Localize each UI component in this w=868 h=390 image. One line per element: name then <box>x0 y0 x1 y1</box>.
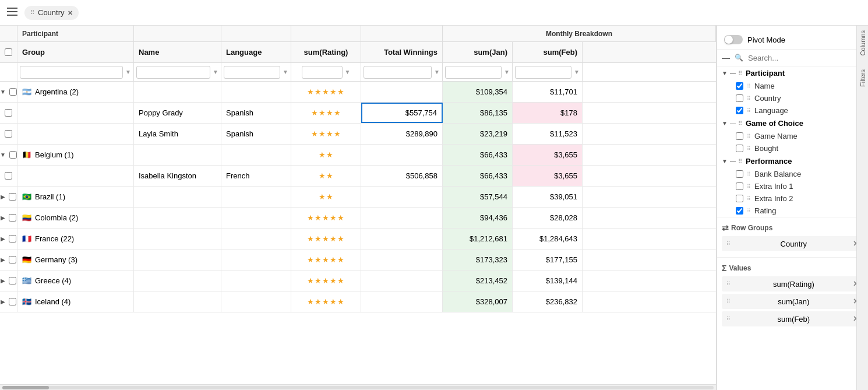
filter-cell-rating[interactable]: ▼ <box>291 63 361 81</box>
row-check-cell[interactable] <box>0 166 17 186</box>
tab-columns[interactable]: Columns <box>859 30 866 55</box>
section-header[interactable]: ▼ — ⠿ Game of Choice <box>717 117 868 130</box>
filter-input-winnings[interactable] <box>364 66 432 79</box>
col-header-winnings[interactable]: Total Winnings <box>361 42 443 62</box>
section-header[interactable]: ▼ — ⠿ Participant <box>717 66 868 80</box>
section-arrow-icon[interactable]: ▼ <box>722 70 728 76</box>
filter-cell-name[interactable]: ▼ <box>134 63 221 81</box>
col-item-checkbox[interactable] <box>736 94 743 102</box>
col-item[interactable]: ⠿ Game Name <box>717 130 868 142</box>
table-row[interactable]: ▼ 🇧🇪 Belgium (1) ★★ $66,433 $3,655 <box>0 145 716 166</box>
filter-input-lang[interactable] <box>224 66 280 79</box>
col-header-rating[interactable]: sum(Rating) <box>291 42 361 62</box>
section-minus-icon[interactable]: — <box>730 70 736 76</box>
row-check-cell[interactable] <box>0 124 17 144</box>
row-checkbox[interactable] <box>9 277 16 284</box>
col-header-jan[interactable]: sum(Jan) <box>443 42 513 62</box>
filter-icon-feb[interactable]: ▼ <box>574 69 580 75</box>
table-row[interactable]: ▶ 🇬🇷 Greece (4) ★★★★★ $213,452 $139,144 <box>0 270 716 291</box>
row-expand-cell[interactable]: ▼ <box>0 82 17 102</box>
col-item[interactable]: ⠿ Extra Info 1 <box>717 180 868 192</box>
scroll-track[interactable] <box>2 386 714 389</box>
expand-icon[interactable]: ▶ <box>1 257 5 263</box>
expand-icon[interactable]: ▼ <box>0 89 6 95</box>
filter-icon-lang[interactable]: ▼ <box>283 69 288 75</box>
row-expand-cell[interactable]: ▶ <box>0 291 17 312</box>
section-header[interactable]: ▼ — ⠿ Performance <box>717 154 868 168</box>
col-item[interactable]: ⠿ Country <box>717 92 868 104</box>
row-checkbox[interactable] <box>5 109 12 117</box>
section-minus-icon[interactable]: — <box>730 120 736 127</box>
row-checkbox[interactable] <box>9 235 16 243</box>
filter-icon-rating[interactable]: ▼ <box>345 69 351 75</box>
col-item-checkbox[interactable] <box>736 182 743 190</box>
filter-icon-group[interactable]: ▼ <box>125 69 131 75</box>
section-arrow-icon[interactable]: ▼ <box>722 120 728 127</box>
filter-icon-winnings[interactable]: ▼ <box>434 69 440 75</box>
row-checkbox[interactable] <box>5 130 12 138</box>
expand-icon[interactable]: ▶ <box>1 236 5 242</box>
table-row[interactable]: ▼ 🇦🇷 Argentina (2) ★★★★★ $109,354 $11,70… <box>0 82 716 103</box>
expand-icon[interactable]: ▶ <box>1 215 5 221</box>
filter-cell-group[interactable]: ▼ <box>17 63 134 81</box>
col-header-checkbox[interactable] <box>0 42 17 62</box>
col-item[interactable]: ⠿ Extra Info 2 <box>717 192 868 205</box>
col-item[interactable]: ⠿ Bank Balance <box>717 168 868 180</box>
row-checkbox[interactable] <box>5 172 12 180</box>
table-row[interactable]: ▶ 🇮🇸 Iceland (4) ★★★★★ $328,007 $236,832 <box>0 291 716 312</box>
expand-icon[interactable]: ▶ <box>1 298 5 305</box>
col-item[interactable]: ⠿ Name <box>717 80 868 92</box>
row-checkbox[interactable] <box>9 256 16 263</box>
select-all-checkbox[interactable] <box>5 48 12 56</box>
filter-cell-feb[interactable]: ▼ <box>513 63 583 81</box>
row-expand-cell[interactable]: ▶ <box>0 229 17 249</box>
values-item[interactable]: ⠿ sum(Jan) × <box>722 294 863 309</box>
table-row[interactable]: ▶ 🇧🇷 Brazil (1) ★★ $57,544 $39,051 <box>0 187 716 208</box>
table-row[interactable]: Layla Smith Spanish ★★★★ $289,890 $23,21… <box>0 124 716 145</box>
filter-icon-name[interactable]: ▼ <box>213 69 218 75</box>
row-checkbox[interactable] <box>9 193 16 201</box>
col-item-checkbox[interactable] <box>736 107 743 114</box>
pivot-mode-toggle[interactable] <box>724 35 743 44</box>
expand-icon[interactable]: ▼ <box>0 152 6 158</box>
winnings-cell[interactable]: $289,890 <box>361 124 443 144</box>
values-item[interactable]: ⠿ sum(Feb) × <box>722 311 863 326</box>
expand-icon[interactable]: ▶ <box>1 277 5 284</box>
table-row[interactable]: ▶ 🇫🇷 France (22) ★★★★★ $1,212,681 $1,284… <box>0 229 716 250</box>
collapse-icon[interactable]: — <box>722 53 730 62</box>
table-row[interactable]: Poppy Grady Spanish ★★★★ $557,754 $86,13… <box>0 103 716 124</box>
filter-input-rating[interactable] <box>302 66 343 79</box>
col-item-checkbox[interactable] <box>736 132 743 140</box>
col-header-feb[interactable]: sum(Feb) <box>513 42 583 62</box>
section-arrow-icon[interactable]: ▼ <box>722 158 728 164</box>
row-checkbox[interactable] <box>9 298 16 305</box>
filter-input-group[interactable] <box>20 66 123 79</box>
row-expand-cell[interactable]: ▶ <box>0 270 17 291</box>
col-header-name[interactable]: Name <box>134 42 221 62</box>
row-check-cell[interactable] <box>0 103 17 123</box>
filter-icon-jan[interactable]: ▼ <box>504 69 510 75</box>
filter-input-name[interactable] <box>136 66 210 79</box>
row-expand-cell[interactable]: ▶ <box>0 187 17 207</box>
row-expand-cell[interactable]: ▼ <box>0 145 17 165</box>
tag-close-icon[interactable]: × <box>68 8 73 17</box>
table-row[interactable]: ▶ 🇨🇴 Colombia (2) ★★★★★ $94,436 $28,028 <box>0 208 716 229</box>
filter-cell-winnings[interactable]: ▼ <box>361 63 443 81</box>
col-header-language[interactable]: Language <box>221 42 291 62</box>
horizontal-scrollbar[interactable] <box>0 384 716 390</box>
col-item-checkbox[interactable] <box>736 82 743 90</box>
table-row[interactable]: Isabella Kingston French ★★ $506,858 $66… <box>0 166 716 187</box>
section-minus-icon[interactable]: — <box>730 158 736 164</box>
filter-input-feb[interactable] <box>515 66 571 79</box>
row-expand-cell[interactable]: ▶ <box>0 250 17 270</box>
search-input[interactable] <box>748 54 853 62</box>
row-expand-cell[interactable]: ▶ <box>0 208 17 228</box>
table-row[interactable]: ▶ 🇩🇪 Germany (3) ★★★★★ $173,323 $177,155 <box>0 250 716 270</box>
country-tag[interactable]: ⠿ Country × <box>24 6 79 20</box>
values-item[interactable]: ⠿ sum(Rating) × <box>722 276 863 291</box>
expand-icon[interactable]: ▶ <box>1 194 5 200</box>
row-group-item[interactable]: ⠿ Country × <box>722 236 863 251</box>
menu-icon[interactable] <box>7 8 17 17</box>
tab-filters[interactable]: Filters <box>859 69 866 87</box>
col-item[interactable]: ⠿ Rating <box>717 205 868 217</box>
